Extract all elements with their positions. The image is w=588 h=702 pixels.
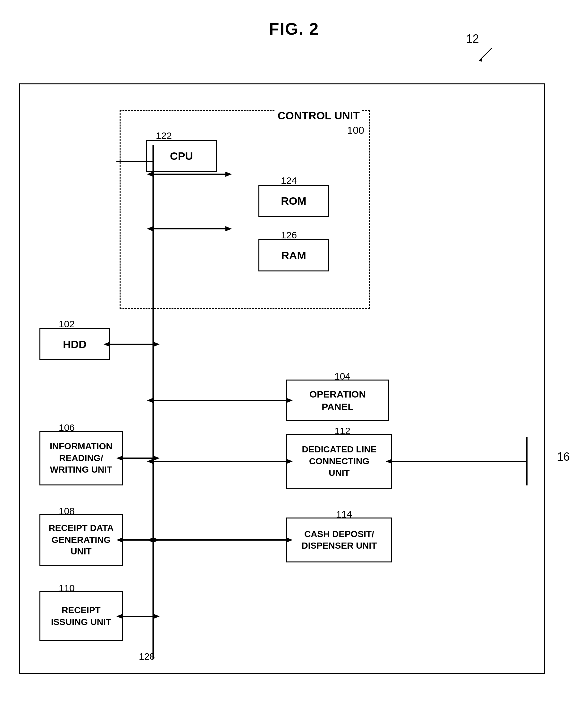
ref-12-label: 12 [466,32,479,45]
ref-112: 112 [334,426,350,436]
operation-panel-box: OPERATION PANEL [286,379,389,421]
info-reading-box: INFORMATION READING/ WRITING UNIT [39,431,123,485]
svg-line-0 [479,48,492,61]
dedicated-line-box: DEDICATED LINE CONNECTING UNIT [286,434,392,489]
receipt-data-box: RECEIPT DATA GENERATING UNIT [39,514,123,566]
svg-marker-21 [147,459,153,464]
ref-106: 106 [59,422,75,433]
ref-104: 104 [334,371,350,382]
receipt-issuing-box: RECEIPT ISSUING UNIT [39,591,123,641]
svg-marker-12 [153,342,160,347]
ref-122: 122 [156,130,172,141]
svg-marker-30 [147,538,153,543]
figure-title: FIG. 2 [0,0,588,38]
cpu-box: CPU [146,140,217,172]
ref-102: 102 [59,319,75,330]
svg-marker-18 [153,456,160,461]
ram-box: RAM [258,239,329,271]
ref-16: 16 [557,450,570,464]
ref-128: 128 [139,651,155,662]
hdd-box: HDD [39,328,110,360]
svg-marker-15 [147,398,153,403]
outer-box: CONTROL UNIT 100 CPU 122 ROM 124 RAM 126… [19,84,545,674]
ref-124: 124 [281,175,297,186]
ref-100: 100 [347,124,364,136]
rom-box: ROM [258,185,329,217]
ref-110: 110 [59,583,75,594]
svg-marker-27 [153,538,160,543]
ref-12-arrow [476,45,495,64]
ref-108: 108 [59,506,75,516]
ref-114: 114 [336,509,352,520]
control-unit-box: CONTROL UNIT 100 CPU 122 ROM 124 RAM 126 [120,110,370,309]
cash-deposit-box: CASH DEPOSIT/ DISPENSER UNIT [286,517,392,562]
control-unit-label: CONTROL UNIT [275,109,362,122]
svg-marker-33 [153,614,160,619]
ref-126: 126 [281,230,297,241]
